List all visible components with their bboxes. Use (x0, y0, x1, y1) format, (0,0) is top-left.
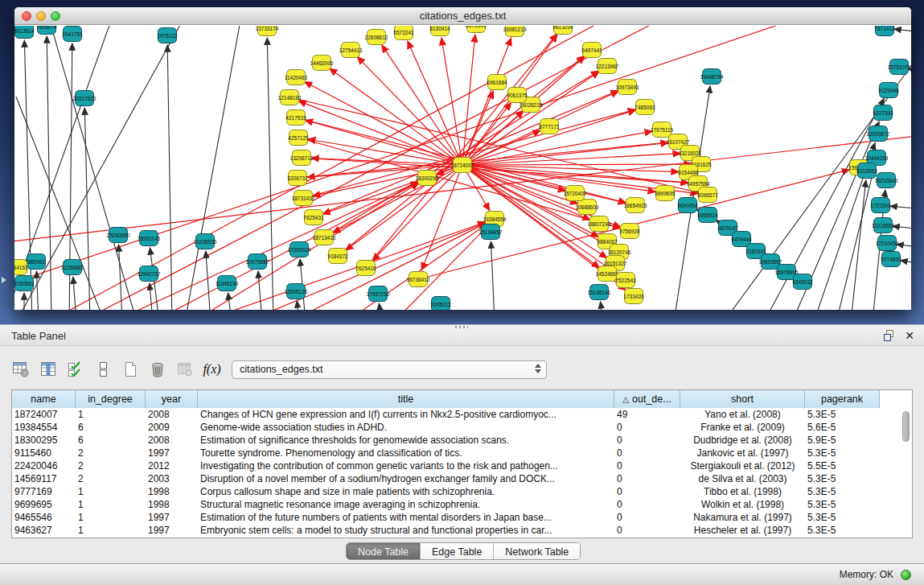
citation-edge (150, 283, 153, 310)
node-label: 10688609 (576, 204, 599, 210)
show-column-icon[interactable] (37, 359, 59, 381)
table-cell: 18300295 (12, 434, 76, 447)
new-column-icon[interactable] (119, 359, 141, 381)
table-cell: 5.3E-5 (805, 524, 880, 537)
table-row[interactable]: 946362711997Embryonic stem cells: a mode… (12, 524, 912, 537)
table-cell: Dudbridge et al. (2008) (680, 434, 805, 447)
table-selector-dropdown[interactable]: citations_edges.txt (232, 360, 547, 379)
table-panel-header: Table Panel ✕ (0, 324, 924, 346)
node-label: 22608612 (365, 35, 388, 40)
node-label: 11345194 (216, 281, 239, 286)
node-label: 6879197 (717, 225, 738, 231)
citation-edge (206, 251, 211, 310)
table-row[interactable]: 2242004622012Investigating the contribut… (12, 459, 912, 472)
table-cell: Genome-wide association studies in ADHD. (198, 421, 614, 434)
column-header-short[interactable]: short (680, 390, 805, 408)
table-cell: Nakamura et al. (1997) (680, 511, 805, 524)
node-label: 7625416 (355, 266, 376, 271)
table-row[interactable]: 1872400712008Changes of HCN gene express… (12, 408, 912, 421)
column-header-in_degree[interactable]: in_degree (76, 390, 146, 408)
node-label: 16654923 (624, 203, 647, 208)
table-cell: Embryonic stem cells: a model to study s… (198, 524, 614, 537)
table-row[interactable]: 1830029562008Estimation of significance … (12, 434, 912, 447)
citation-edge (330, 68, 462, 165)
table-row[interactable]: 977716911998Corpus callosum shape and si… (12, 485, 912, 498)
vertical-scrollbar[interactable] (902, 411, 910, 442)
close-panel-icon[interactable]: ✕ (905, 330, 914, 341)
node-label: 9154466 (678, 170, 699, 175)
node-label: 9899695 (655, 191, 676, 196)
table-cell: 2008 (146, 408, 198, 421)
table-cell: 1997 (146, 511, 198, 524)
panel-collapse-arrow[interactable] (2, 277, 6, 283)
node-label: 4257125 (288, 135, 309, 141)
function-builder-icon[interactable]: f(x) (201, 359, 223, 381)
column-header-title[interactable]: title (198, 390, 614, 408)
table-cell: 2008 (146, 434, 198, 447)
table-cell: 2 (76, 472, 146, 485)
table-mode-icon[interactable] (10, 359, 31, 381)
node-label: 11156883 (61, 265, 84, 270)
node-label: 13733174 (256, 26, 279, 31)
node-label: 12213967 (596, 64, 619, 69)
window-titlebar[interactable]: citations_edges.txt (14, 7, 911, 25)
citation-edge (297, 301, 299, 310)
table-cell: 0 (614, 459, 680, 472)
node-label: 8130414 (429, 26, 450, 31)
network-canvas[interactable]: 1872400711420463121481834217515425712513… (14, 26, 911, 310)
splitter-handle[interactable] (455, 326, 468, 328)
node-label: 17359924 (288, 247, 311, 253)
node-label: 2150341 (745, 249, 766, 254)
citation-edge (462, 102, 511, 165)
node-label: 16736412 (407, 277, 430, 282)
table-row[interactable]: 969969511998Structural magnetic resonanc… (12, 498, 912, 511)
node-label: 12754413 (339, 47, 363, 53)
dropdown-stepper-icon (535, 364, 541, 373)
node-label: 17975115 (651, 127, 674, 133)
node-label: 9774503 (881, 257, 901, 262)
column-header-out_de[interactable]: △out_de... (614, 390, 680, 408)
row-editor-icon[interactable] (92, 359, 113, 381)
citation-edge (897, 245, 911, 248)
column-header-year[interactable]: year (146, 390, 198, 408)
table-cell: 19384554 (12, 421, 76, 434)
table-row[interactable]: 1456911722003Disruption of a novel membe… (12, 472, 912, 485)
table-toolbar: f(x) (10, 356, 223, 382)
node-label: 18807243 (588, 221, 611, 227)
node-label: 18713433 (313, 235, 336, 241)
table-cell: Franke et al. (2009) (680, 421, 805, 434)
table-cell: 9463627 (12, 524, 76, 537)
citation-edge (901, 261, 911, 264)
tab-edge-table[interactable]: Edge Table (420, 543, 493, 559)
citation-network-graph[interactable]: 1872400711420463121481834217515425712513… (14, 26, 911, 310)
node-label: 1733426 (623, 294, 644, 299)
float-panel-icon[interactable] (884, 330, 895, 341)
table-cell: 1 (76, 485, 146, 498)
table-cell: 0 (614, 421, 680, 434)
memory-status-icon[interactable] (901, 570, 911, 580)
node-label: 2041751 (62, 31, 83, 37)
tab-node-table[interactable]: Node Table (347, 543, 420, 559)
node-attribute-table: namein_degreeyeartitle△out_de...shortpag… (11, 389, 913, 538)
table-row[interactable]: 911546021997Tourette syndrome. Phenomeno… (12, 447, 912, 459)
node-label: 9613204 (552, 26, 573, 30)
column-header-pagerank[interactable]: pagerank (805, 390, 880, 408)
select-columns-icon[interactable] (64, 359, 86, 381)
table-row[interactable]: 946554611997Estimation of the future num… (12, 511, 912, 524)
table-cell: 2009 (146, 421, 198, 434)
sort-ascending-icon: △ (622, 395, 629, 404)
node-label: 19384554 (483, 216, 507, 222)
table-cell: 9699695 (12, 498, 76, 511)
tab-network-table[interactable]: Network Table (493, 543, 580, 559)
table-row[interactable]: 1938455462009Genome-wide association stu… (12, 421, 912, 434)
node-label: 11420463 (285, 75, 308, 80)
delete-column-icon[interactable] (146, 359, 168, 381)
column-header-name[interactable]: name (12, 390, 76, 408)
table-cell: 1998 (146, 498, 198, 511)
node-label: 7871412 (874, 26, 895, 31)
node-label: 885061 (27, 259, 45, 265)
node-label: 9474444 (731, 237, 752, 242)
citation-edge (851, 180, 866, 310)
table-cell: 5.3E-5 (805, 511, 880, 524)
citation-edge (167, 45, 172, 310)
